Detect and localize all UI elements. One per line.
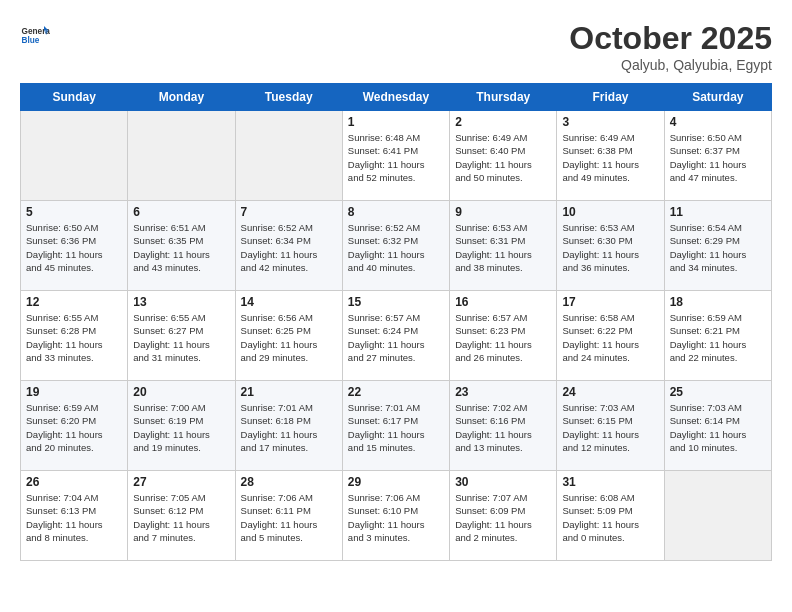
calendar-cell: 7Sunrise: 6:52 AM Sunset: 6:34 PM Daylig… [235,201,342,291]
calendar-cell: 25Sunrise: 7:03 AM Sunset: 6:14 PM Dayli… [664,381,771,471]
calendar-cell: 23Sunrise: 7:02 AM Sunset: 6:16 PM Dayli… [450,381,557,471]
weekday-header-saturday: Saturday [664,84,771,111]
day-info: Sunrise: 6:52 AM Sunset: 6:34 PM Dayligh… [241,221,337,274]
location-subtitle: Qalyub, Qalyubia, Egypt [569,57,772,73]
day-number: 6 [133,205,229,219]
day-info: Sunrise: 6:57 AM Sunset: 6:23 PM Dayligh… [455,311,551,364]
day-info: Sunrise: 6:59 AM Sunset: 6:21 PM Dayligh… [670,311,766,364]
calendar-cell: 17Sunrise: 6:58 AM Sunset: 6:22 PM Dayli… [557,291,664,381]
calendar-cell: 10Sunrise: 6:53 AM Sunset: 6:30 PM Dayli… [557,201,664,291]
day-number: 18 [670,295,766,309]
calendar-cell: 16Sunrise: 6:57 AM Sunset: 6:23 PM Dayli… [450,291,557,381]
calendar-cell: 5Sunrise: 6:50 AM Sunset: 6:36 PM Daylig… [21,201,128,291]
day-info: Sunrise: 6:55 AM Sunset: 6:27 PM Dayligh… [133,311,229,364]
calendar-week-row: 1Sunrise: 6:48 AM Sunset: 6:41 PM Daylig… [21,111,772,201]
day-info: Sunrise: 6:51 AM Sunset: 6:35 PM Dayligh… [133,221,229,274]
day-number: 21 [241,385,337,399]
calendar-cell: 3Sunrise: 6:49 AM Sunset: 6:38 PM Daylig… [557,111,664,201]
calendar-cell: 22Sunrise: 7:01 AM Sunset: 6:17 PM Dayli… [342,381,449,471]
day-info: Sunrise: 7:04 AM Sunset: 6:13 PM Dayligh… [26,491,122,544]
day-info: Sunrise: 6:55 AM Sunset: 6:28 PM Dayligh… [26,311,122,364]
calendar-cell: 8Sunrise: 6:52 AM Sunset: 6:32 PM Daylig… [342,201,449,291]
calendar-cell: 31Sunrise: 6:08 AM Sunset: 5:09 PM Dayli… [557,471,664,561]
calendar-cell: 13Sunrise: 6:55 AM Sunset: 6:27 PM Dayli… [128,291,235,381]
day-number: 16 [455,295,551,309]
calendar-cell [128,111,235,201]
calendar-week-row: 5Sunrise: 6:50 AM Sunset: 6:36 PM Daylig… [21,201,772,291]
weekday-header-friday: Friday [557,84,664,111]
day-info: Sunrise: 6:48 AM Sunset: 6:41 PM Dayligh… [348,131,444,184]
day-number: 10 [562,205,658,219]
calendar-cell: 26Sunrise: 7:04 AM Sunset: 6:13 PM Dayli… [21,471,128,561]
day-info: Sunrise: 6:49 AM Sunset: 6:40 PM Dayligh… [455,131,551,184]
calendar-cell: 4Sunrise: 6:50 AM Sunset: 6:37 PM Daylig… [664,111,771,201]
weekday-header-monday: Monday [128,84,235,111]
page-header: General Blue October 2025 Qalyub, Qalyub… [20,20,772,73]
calendar-cell: 9Sunrise: 6:53 AM Sunset: 6:31 PM Daylig… [450,201,557,291]
calendar-cell: 24Sunrise: 7:03 AM Sunset: 6:15 PM Dayli… [557,381,664,471]
day-number: 4 [670,115,766,129]
day-number: 12 [26,295,122,309]
day-number: 24 [562,385,658,399]
day-number: 22 [348,385,444,399]
day-number: 29 [348,475,444,489]
calendar-cell: 20Sunrise: 7:00 AM Sunset: 6:19 PM Dayli… [128,381,235,471]
calendar-cell [21,111,128,201]
day-info: Sunrise: 6:49 AM Sunset: 6:38 PM Dayligh… [562,131,658,184]
day-info: Sunrise: 7:05 AM Sunset: 6:12 PM Dayligh… [133,491,229,544]
calendar-cell: 14Sunrise: 6:56 AM Sunset: 6:25 PM Dayli… [235,291,342,381]
day-number: 27 [133,475,229,489]
day-number: 23 [455,385,551,399]
calendar-cell: 2Sunrise: 6:49 AM Sunset: 6:40 PM Daylig… [450,111,557,201]
day-number: 26 [26,475,122,489]
svg-text:Blue: Blue [22,36,40,45]
day-info: Sunrise: 7:01 AM Sunset: 6:18 PM Dayligh… [241,401,337,454]
day-info: Sunrise: 6:08 AM Sunset: 5:09 PM Dayligh… [562,491,658,544]
calendar-cell: 27Sunrise: 7:05 AM Sunset: 6:12 PM Dayli… [128,471,235,561]
day-info: Sunrise: 7:00 AM Sunset: 6:19 PM Dayligh… [133,401,229,454]
calendar-cell: 15Sunrise: 6:57 AM Sunset: 6:24 PM Dayli… [342,291,449,381]
logo: General Blue [20,20,50,50]
day-info: Sunrise: 7:06 AM Sunset: 6:10 PM Dayligh… [348,491,444,544]
title-block: October 2025 Qalyub, Qalyubia, Egypt [569,20,772,73]
day-number: 20 [133,385,229,399]
calendar-table: SundayMondayTuesdayWednesdayThursdayFrid… [20,83,772,561]
day-number: 11 [670,205,766,219]
calendar-cell: 12Sunrise: 6:55 AM Sunset: 6:28 PM Dayli… [21,291,128,381]
day-number: 8 [348,205,444,219]
calendar-cell: 19Sunrise: 6:59 AM Sunset: 6:20 PM Dayli… [21,381,128,471]
logo-icon: General Blue [20,20,50,50]
day-number: 30 [455,475,551,489]
day-info: Sunrise: 6:52 AM Sunset: 6:32 PM Dayligh… [348,221,444,274]
calendar-cell [664,471,771,561]
calendar-week-row: 12Sunrise: 6:55 AM Sunset: 6:28 PM Dayli… [21,291,772,381]
calendar-cell [235,111,342,201]
day-number: 14 [241,295,337,309]
calendar-cell: 29Sunrise: 7:06 AM Sunset: 6:10 PM Dayli… [342,471,449,561]
weekday-header-sunday: Sunday [21,84,128,111]
day-number: 25 [670,385,766,399]
calendar-week-row: 19Sunrise: 6:59 AM Sunset: 6:20 PM Dayli… [21,381,772,471]
day-number: 2 [455,115,551,129]
day-info: Sunrise: 6:57 AM Sunset: 6:24 PM Dayligh… [348,311,444,364]
calendar-cell: 21Sunrise: 7:01 AM Sunset: 6:18 PM Dayli… [235,381,342,471]
day-info: Sunrise: 6:53 AM Sunset: 6:30 PM Dayligh… [562,221,658,274]
day-number: 3 [562,115,658,129]
day-number: 28 [241,475,337,489]
day-info: Sunrise: 6:50 AM Sunset: 6:36 PM Dayligh… [26,221,122,274]
day-number: 17 [562,295,658,309]
day-info: Sunrise: 7:07 AM Sunset: 6:09 PM Dayligh… [455,491,551,544]
calendar-cell: 1Sunrise: 6:48 AM Sunset: 6:41 PM Daylig… [342,111,449,201]
calendar-cell: 28Sunrise: 7:06 AM Sunset: 6:11 PM Dayli… [235,471,342,561]
day-number: 19 [26,385,122,399]
month-title: October 2025 [569,20,772,57]
day-info: Sunrise: 7:02 AM Sunset: 6:16 PM Dayligh… [455,401,551,454]
day-number: 15 [348,295,444,309]
day-info: Sunrise: 6:56 AM Sunset: 6:25 PM Dayligh… [241,311,337,364]
day-info: Sunrise: 6:54 AM Sunset: 6:29 PM Dayligh… [670,221,766,274]
weekday-header-tuesday: Tuesday [235,84,342,111]
calendar-cell: 30Sunrise: 7:07 AM Sunset: 6:09 PM Dayli… [450,471,557,561]
weekday-header-wednesday: Wednesday [342,84,449,111]
calendar-cell: 11Sunrise: 6:54 AM Sunset: 6:29 PM Dayli… [664,201,771,291]
day-number: 7 [241,205,337,219]
